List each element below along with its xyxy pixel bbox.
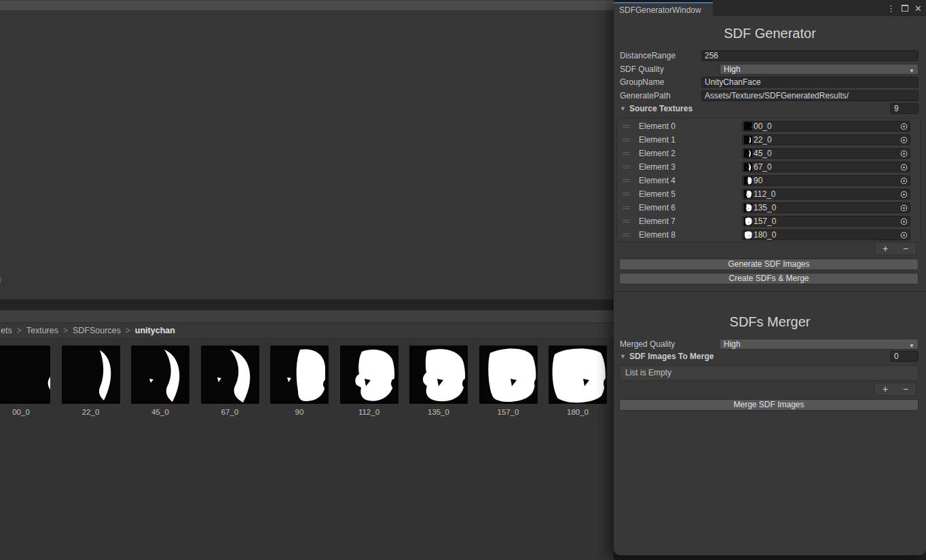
- source-texture-row-7: Element 7157_0: [616, 214, 921, 228]
- source-textures-foldout[interactable]: ▼Source Textures: [620, 103, 692, 114]
- object-picker-icon[interactable]: [900, 123, 908, 130]
- merged-quality-label: Merged Quality: [620, 339, 675, 350]
- asset-thumbnail-67_0[interactable]: 67_0: [201, 346, 259, 416]
- merge-list-empty: List is Empty: [619, 365, 919, 381]
- drag-handle-icon[interactable]: [623, 125, 630, 128]
- asset-label: 67_0: [201, 408, 259, 416]
- texture-object-field[interactable]: 180_0: [742, 229, 910, 240]
- drag-handle-icon[interactable]: [623, 166, 630, 168]
- merged-quality-dropdown[interactable]: High ▼: [720, 339, 919, 350]
- texture-name: 112_0: [754, 189, 775, 199]
- object-picker-icon[interactable]: [900, 164, 908, 171]
- asset-label: 45_0: [131, 408, 189, 416]
- sdf-generator-window: SDFGeneratorWindow ⋮ ✕ SDF Generator Dis…: [614, 0, 926, 555]
- source-textures-label: Source Textures: [629, 104, 692, 113]
- foldout-triangle-icon: ▼: [620, 103, 626, 114]
- asset-label: 180_0: [549, 408, 607, 416]
- asset-thumbnail-90[interactable]: 90: [270, 346, 329, 416]
- drag-handle-icon[interactable]: [623, 152, 630, 155]
- asset-label: 00_0: [0, 408, 50, 416]
- source-texture-row-1: Element 122_0: [616, 133, 921, 147]
- create-sdfs-merge-button[interactable]: Create SDFs & Merge: [619, 273, 919, 284]
- texture-object-field[interactable]: 157_0: [742, 216, 910, 227]
- remove-merge-element-button[interactable]: −: [895, 384, 916, 395]
- breadcrumb-item-ets[interactable]: ets: [1, 326, 12, 335]
- asset-thumbnail-135_0[interactable]: 135_0: [409, 346, 468, 416]
- texture-name: 157_0: [754, 217, 776, 226]
- remove-element-button[interactable]: −: [895, 243, 916, 255]
- chevron-down-icon: ▼: [909, 341, 914, 351]
- source-texture-row-6: Element 6135_0: [616, 201, 921, 214]
- generate-sdf-images-button[interactable]: Generate SDF Images: [619, 259, 919, 270]
- texture-object-field[interactable]: 112_0: [742, 189, 910, 200]
- texture-object-field[interactable]: 67_0: [742, 162, 910, 172]
- drag-handle-icon[interactable]: [623, 138, 630, 141]
- drag-handle-icon[interactable]: [623, 234, 630, 236]
- texture-name: 90: [754, 176, 762, 185]
- sdfs-merger-title: SDFs Merger: [614, 314, 926, 330]
- asset-thumbnail-112_0[interactable]: 112_0: [340, 346, 399, 416]
- close-icon[interactable]: ✕: [914, 3, 922, 14]
- source-texture-row-8: Element 8180_0: [616, 228, 921, 242]
- texture-object-field[interactable]: 135_0: [742, 202, 910, 213]
- add-merge-element-button[interactable]: +: [875, 384, 895, 395]
- merge-list-footer: + −: [874, 384, 916, 396]
- add-element-button[interactable]: +: [875, 243, 895, 255]
- source-textures-size-field[interactable]: 9: [890, 103, 919, 114]
- drag-handle-icon[interactable]: [623, 179, 630, 182]
- asset-label: 157_0: [479, 408, 538, 416]
- sdf-quality-dropdown[interactable]: High ▼: [720, 64, 919, 75]
- element-label: Element 2: [639, 148, 675, 159]
- breadcrumb-item-Textures[interactable]: Textures: [26, 326, 58, 335]
- object-picker-icon[interactable]: [900, 191, 908, 198]
- section-separator: [614, 291, 926, 292]
- maximize-icon[interactable]: [902, 5, 908, 12]
- asset-thumbnail-45_0[interactable]: 45_0: [131, 346, 189, 416]
- asset-thumbnail-180_0[interactable]: 180_0: [549, 346, 607, 416]
- texture-object-field[interactable]: 22_0: [742, 134, 910, 145]
- texture-name: 45_0: [754, 149, 772, 158]
- drag-handle-icon[interactable]: [623, 193, 630, 195]
- texture-name: 67_0: [754, 162, 772, 172]
- console-text-fragment: ): [0, 274, 1, 284]
- texture-object-field[interactable]: 00_0: [742, 121, 910, 132]
- asset-label: 112_0: [340, 408, 399, 416]
- sdf-quality-value: High: [724, 64, 741, 74]
- object-picker-icon[interactable]: [900, 136, 908, 144]
- foldout-triangle-icon: ▼: [620, 351, 626, 362]
- texture-object-field[interactable]: 45_0: [742, 148, 910, 159]
- asset-label: 90: [270, 408, 329, 416]
- sdf-images-to-merge-foldout[interactable]: ▼SDF Images To Merge: [620, 351, 714, 362]
- merge-sdf-images-button[interactable]: Merge SDF Images: [619, 399, 919, 411]
- distance-range-field[interactable]: 256: [701, 50, 919, 61]
- element-label: Element 8: [639, 229, 675, 240]
- group-name-field[interactable]: UnityChanFace: [701, 77, 919, 88]
- source-texture-row-2: Element 245_0: [616, 147, 921, 160]
- distance-range-label: DistanceRange: [620, 50, 675, 61]
- generate-path-field[interactable]: Assets/Textures/SDFGeneratedResults/: [701, 90, 919, 101]
- object-picker-icon[interactable]: [900, 231, 908, 239]
- texture-object-field[interactable]: 90: [742, 175, 910, 186]
- texture-name: 22_0: [754, 135, 772, 145]
- merge-list-size-field[interactable]: 0: [890, 351, 919, 362]
- window-menu-icon[interactable]: ⋮: [887, 3, 895, 14]
- object-picker-icon[interactable]: [900, 177, 908, 185]
- source-texture-row-5: Element 5112_0: [616, 187, 921, 201]
- object-picker-icon[interactable]: [900, 218, 908, 225]
- generate-path-label: GeneratePath: [620, 90, 671, 101]
- asset-thumbnail-22_0[interactable]: 22_0: [62, 346, 120, 416]
- breadcrumb-item-SDFSources[interactable]: SDFSources: [73, 326, 121, 335]
- asset-thumbnail-00_0[interactable]: 00_0: [0, 346, 50, 416]
- breadcrumb-separator: >: [17, 326, 22, 335]
- drag-handle-icon[interactable]: [623, 206, 630, 209]
- object-picker-icon[interactable]: [900, 204, 908, 212]
- element-label: Element 7: [639, 216, 675, 227]
- tab-sdfgeneratorwindow[interactable]: SDFGeneratorWindow: [614, 3, 713, 16]
- breadcrumb-item-unitychan[interactable]: unitychan: [135, 326, 175, 335]
- object-picker-icon[interactable]: [900, 150, 908, 157]
- sdf-generator-title: SDF Generator: [614, 26, 926, 41]
- drag-handle-icon[interactable]: [623, 220, 630, 223]
- sdf-quality-label: SDF Quality: [620, 64, 664, 75]
- asset-thumbnail-157_0[interactable]: 157_0: [479, 346, 538, 416]
- texture-name: 00_0: [754, 122, 772, 131]
